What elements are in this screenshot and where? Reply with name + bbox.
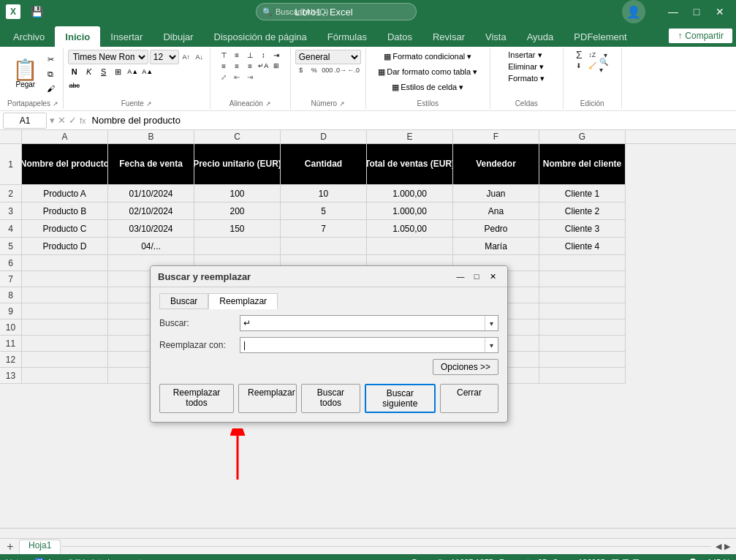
format-painter-button[interactable]: 🖌 xyxy=(44,82,57,95)
avatar[interactable]: 👤 xyxy=(622,0,645,23)
indent-increase-button[interactable]: ⇥ xyxy=(244,72,256,82)
search-dropdown-arrow[interactable]: ▾ xyxy=(485,316,498,330)
cell-g2[interactable]: Cliente 1 xyxy=(539,185,626,203)
sort-button[interactable]: ↕Z xyxy=(586,50,598,60)
col-header-e[interactable]: E xyxy=(367,130,453,143)
cell-d3[interactable]: 5 xyxy=(281,203,367,220)
page-layout-button[interactable]: ⊞ xyxy=(622,557,629,560)
align-top-button[interactable]: ⊤ xyxy=(218,50,229,60)
save-button[interactable]: 💾 xyxy=(31,6,43,18)
horizontal-scrollbar[interactable] xyxy=(0,528,736,538)
tab-archivo[interactable]: Archivo xyxy=(3,26,55,47)
cell-g4[interactable]: Cliente 3 xyxy=(539,220,626,238)
find-button[interactable]: 🔍▾ xyxy=(599,61,611,71)
tab-revisar[interactable]: Revisar xyxy=(422,26,475,47)
cell-reference[interactable]: A1 xyxy=(3,113,47,129)
sheet-tab-hoja1[interactable]: Hoja1 xyxy=(19,540,61,554)
cell-c3[interactable]: 200 xyxy=(194,203,281,220)
search-bar[interactable]: 🔍 Buscar (Alt+Q) xyxy=(256,3,417,20)
cell-g5[interactable]: Cliente 4 xyxy=(539,238,626,255)
dialog-maximize-button[interactable]: □ xyxy=(469,270,484,282)
tab-insertar[interactable]: Insertar xyxy=(100,26,153,47)
dialog-tab-reemplazar[interactable]: Reemplazar xyxy=(208,293,278,309)
cut-button[interactable]: ✂ xyxy=(44,53,57,66)
fill-button[interactable]: ⬇ xyxy=(573,61,585,71)
cell-b1[interactable]: Fecha de venta xyxy=(108,144,194,185)
cell-a2[interactable]: Producto A xyxy=(22,185,108,203)
add-sheet-button[interactable]: + xyxy=(3,540,18,554)
cell-e3[interactable]: 1.000,00 xyxy=(367,203,453,220)
dialog-close-button[interactable]: ✕ xyxy=(485,270,500,282)
italic-button[interactable]: K xyxy=(83,65,96,78)
paste-button[interactable]: 📋 Pegar xyxy=(8,58,42,90)
share-button[interactable]: ↑ Compartir xyxy=(668,28,733,44)
percent-button[interactable]: % xyxy=(308,65,320,75)
col-header-a[interactable]: A xyxy=(22,130,108,143)
clear-button[interactable]: 🧹 xyxy=(586,61,598,71)
cell-d5[interactable] xyxy=(281,238,367,255)
dialog-tab-buscar[interactable]: Buscar xyxy=(159,293,208,309)
find-all-button[interactable]: Buscar todos xyxy=(301,384,360,413)
col-header-c[interactable]: C xyxy=(194,130,281,143)
cell-b5[interactable]: 04/... xyxy=(108,238,194,255)
decrease-font-button[interactable]: A↓ xyxy=(194,52,205,62)
align-middle-button[interactable]: ≡ xyxy=(231,50,243,60)
text-direction-button[interactable]: ↕ xyxy=(257,50,269,60)
replace-button[interactable]: Reemplazar xyxy=(238,384,297,413)
close-dialog-button[interactable]: Cerrar xyxy=(440,384,498,413)
cell-a6[interactable] xyxy=(22,255,108,271)
cell-c4[interactable]: 150 xyxy=(194,220,281,238)
align-right-button[interactable]: ≡ xyxy=(244,61,256,71)
dialog-minimize-button[interactable]: — xyxy=(453,270,468,282)
cell-f1[interactable]: Vendedor xyxy=(453,144,539,185)
increase-decimal-button[interactable]: .0→ xyxy=(335,65,346,75)
cell-e5[interactable] xyxy=(367,238,453,255)
confirm-icon[interactable]: ✓ xyxy=(69,115,77,126)
cell-a1[interactable]: Nombre del producto xyxy=(22,144,108,185)
cell-g1[interactable]: Nombre del cliente xyxy=(539,144,626,185)
replace-dropdown-arrow[interactable]: ▾ xyxy=(485,338,498,352)
font-color-button[interactable]: A▲ xyxy=(141,65,154,78)
cell-a5[interactable]: Producto D xyxy=(22,238,108,255)
minimize-button[interactable]: — xyxy=(663,1,683,22)
function-icon[interactable]: fx xyxy=(80,116,86,125)
scroll-left-button[interactable]: ◀ xyxy=(716,542,721,551)
format-button[interactable]: Formato ▾ xyxy=(505,73,547,84)
col-header-b[interactable]: B xyxy=(108,130,194,143)
find-next-button[interactable]: Buscar siguiente xyxy=(365,384,436,413)
strikethrough-button[interactable]: abc xyxy=(68,79,81,92)
formula-input[interactable]: Nombre del producto xyxy=(89,115,733,126)
cell-f3[interactable]: Ana xyxy=(453,203,539,220)
cell-a3[interactable]: Producto B xyxy=(22,203,108,220)
replace-input[interactable] xyxy=(240,340,485,350)
tab-vista[interactable]: Vista xyxy=(475,26,517,47)
underline-button[interactable]: S xyxy=(97,65,110,78)
cancel-icon[interactable]: ✕ xyxy=(58,115,66,126)
cell-c5[interactable] xyxy=(194,238,281,255)
col-header-f[interactable]: F xyxy=(453,130,539,143)
format-table-button[interactable]: ▦ Dar formato como tabla ▾ xyxy=(374,65,481,79)
sum-button[interactable]: Σ xyxy=(573,50,585,60)
cell-e1[interactable]: Total de ventas (EUR) xyxy=(367,144,453,185)
number-format-select[interactable]: General xyxy=(295,50,361,64)
border-button[interactable]: ⊞ xyxy=(112,65,125,78)
fill-color-button[interactable]: A▲ xyxy=(126,65,140,78)
thousands-button[interactable]: 000 xyxy=(322,65,333,75)
font-size-select[interactable]: 12 xyxy=(150,50,179,64)
replace-all-button[interactable]: Reemplazar todos xyxy=(159,384,234,413)
conditional-format-button[interactable]: ▦ Formato condicional ▾ xyxy=(380,50,475,64)
cell-c2[interactable]: 100 xyxy=(194,185,281,203)
cell-g3[interactable]: Cliente 2 xyxy=(539,203,626,220)
bold-button[interactable]: N xyxy=(68,65,81,78)
tab-dibujar[interactable]: Dibujar xyxy=(153,26,203,47)
tab-datos[interactable]: Datos xyxy=(377,26,422,47)
cell-b3[interactable]: 02/10/2024 xyxy=(108,203,194,220)
tab-inicio[interactable]: Inicio xyxy=(55,26,100,47)
indent-decrease-button[interactable]: ⇤ xyxy=(231,72,243,82)
align-center-button[interactable]: ≡ xyxy=(231,61,243,71)
cell-f2[interactable]: Juan xyxy=(453,185,539,203)
cell-e4[interactable]: 1.050,00 xyxy=(367,220,453,238)
cell-f5[interactable]: María xyxy=(453,238,539,255)
insert-button[interactable]: Insertar ▾ xyxy=(505,50,545,61)
copy-button[interactable]: ⧉ xyxy=(44,67,57,80)
